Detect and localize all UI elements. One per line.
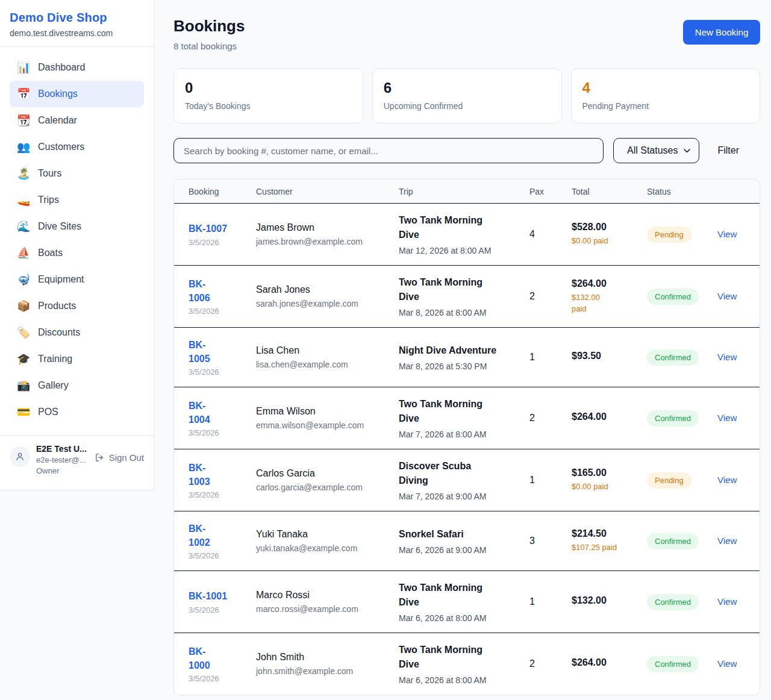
booking-date: 3/5/2026 (189, 307, 248, 316)
sign-out-button[interactable]: Sign Out (95, 452, 144, 463)
sidebar-item-dive-sites[interactable]: 🌊 Dive Sites (10, 213, 144, 240)
stat-value: 4 (582, 80, 749, 96)
sidebar-item-pos[interactable]: 💳 POS (10, 399, 144, 425)
booking-link[interactable]: BK-1002 (189, 522, 248, 549)
view-link[interactable]: View (717, 413, 737, 423)
trip-name: Two Tank MorningDive (399, 213, 521, 242)
customer-cell: Yuki Tanaka yuki.tanaka@example.com (256, 529, 399, 553)
customer-email: yuki.tanaka@example.com (256, 543, 390, 553)
sidebar-item-dashboard[interactable]: 📊 Dashboard (10, 54, 144, 81)
booking-cell: BK-1007 3/5/2026 (189, 222, 256, 246)
trip-name: Two Tank MorningDive (399, 275, 521, 304)
sidebar-item-label: Boats (38, 248, 63, 258)
table-row: BK-1006 3/5/2026 Sarah Jones sarah.jones… (174, 266, 760, 328)
user-avatar (10, 446, 30, 467)
customer-name: Carlos Garcia (256, 468, 390, 479)
booking-link[interactable]: BK-1007 (189, 222, 248, 236)
status-select-value: All Statuses (627, 145, 678, 156)
user-name: E2E Test U... (36, 444, 89, 454)
customer-cell: John Smith john.smith@example.com (256, 652, 399, 676)
customer-cell: Carlos Garcia carlos.garcia@example.com (256, 468, 399, 492)
actions-cell: View (717, 229, 745, 240)
booking-cell: BK-1000 3/5/2026 (189, 645, 256, 683)
actions-cell: View (717, 352, 745, 363)
trip-name: Snorkel Safari (399, 527, 521, 542)
booking-cell: BK-1005 3/5/2026 (189, 338, 256, 377)
table-row: BK-1007 3/5/2026 James Brown james.brown… (174, 204, 760, 266)
booking-link[interactable]: BK-1003 (189, 461, 248, 489)
booking-date: 3/5/2026 (189, 428, 248, 437)
package-icon: 📦 (17, 299, 30, 313)
status-badge: Confirmed (647, 656, 699, 672)
dashboard-icon: 📊 (17, 61, 30, 74)
actions-cell: View (717, 291, 745, 302)
actions-cell: View (717, 413, 745, 423)
stat-label: Today's Bookings (185, 101, 352, 111)
status-badge: Confirmed (647, 533, 699, 549)
customer-email: carlos.garcia@example.com (256, 483, 390, 492)
sidebar-item-customers[interactable]: 👥 Customers (10, 134, 144, 160)
sidebar-item-boats[interactable]: ⛵ Boats (10, 240, 144, 266)
view-link[interactable]: View (717, 229, 737, 239)
sidebar-item-equipment[interactable]: 🤿 Equipment (10, 266, 144, 293)
trip-cell: Two Tank MorningDive Mar 12, 2026 at 8:0… (399, 213, 529, 255)
trip-datetime: Mar 7, 2026 at 9:00 AM (399, 492, 521, 501)
status-badge: Confirmed (647, 289, 699, 305)
total-amount: $93.50 (572, 351, 638, 361)
sidebar-item-discounts[interactable]: 🏷️ Discounts (10, 319, 144, 346)
status-select[interactable]: All Statuses (613, 138, 699, 163)
booking-link[interactable]: BK-1004 (189, 399, 248, 427)
sign-out-icon (95, 452, 105, 463)
customer-email: lisa.chen@example.com (256, 360, 390, 369)
booking-link[interactable]: BK-1005 (189, 338, 248, 366)
sidebar-item-bookings[interactable]: 📅 Bookings (10, 81, 144, 107)
credit-card-icon: 💳 (17, 405, 30, 419)
sidebar-item-gallery[interactable]: 📸 Gallery (10, 372, 144, 399)
sidebar-item-label: Equipment (38, 274, 84, 285)
status-cell: Confirmed (647, 656, 717, 672)
view-link[interactable]: View (717, 291, 737, 301)
booking-date: 3/5/2026 (189, 238, 248, 247)
sidebar: Demo Dive Shop demo.test.divestreams.com… (0, 0, 154, 490)
sidebar-item-products[interactable]: 📦 Products (10, 293, 144, 319)
table-row: BK-1001 3/5/2026 Marco Rossi marco.rossi… (174, 571, 760, 633)
sidebar-item-calendar[interactable]: 📆 Calendar (10, 107, 144, 134)
sidebar-item-tours[interactable]: 🏝️ Tours (10, 160, 144, 187)
view-link[interactable]: View (717, 352, 737, 362)
trip-cell: Two Tank MorningDive Mar 6, 2026 at 8:00… (399, 643, 529, 685)
customer-email: john.smith@example.com (256, 666, 390, 676)
view-link[interactable]: View (717, 536, 737, 546)
booking-cell: BK-1004 3/5/2026 (189, 399, 256, 437)
total-amount: $528.00 (572, 222, 638, 233)
sidebar-item-training[interactable]: 🎓 Training (10, 346, 144, 372)
view-link[interactable]: View (717, 475, 737, 485)
total-amount: $264.00 (572, 411, 638, 422)
booking-link[interactable]: BK-1000 (189, 645, 248, 672)
person-icon (15, 452, 25, 461)
table-row: BK-1005 3/5/2026 Lisa Chen lisa.chen@exa… (174, 328, 760, 387)
customer-name: Emma Wilson (256, 406, 390, 417)
total-cell: $93.50 (572, 351, 647, 364)
total-amount: $264.00 (572, 278, 638, 289)
table-header-row: Booking Customer Trip Pax Total Status (174, 180, 760, 204)
customer-cell: James Brown james.brown@example.com (256, 222, 399, 246)
sidebar-item-trips[interactable]: 🚤 Trips (10, 187, 144, 213)
trip-datetime: Mar 6, 2026 at 8:00 AM (399, 675, 521, 685)
customer-cell: Sarah Jones sarah.jones@example.com (256, 284, 399, 308)
sidebar-item-label: POS (38, 407, 58, 417)
view-link[interactable]: View (717, 658, 737, 669)
column-header-pax: Pax (529, 187, 572, 196)
booking-link[interactable]: BK-1001 (189, 589, 248, 603)
status-badge: Confirmed (647, 594, 699, 610)
view-link[interactable]: View (717, 596, 737, 607)
new-booking-button[interactable]: New Booking (683, 20, 760, 45)
booking-link[interactable]: BK-1006 (189, 277, 248, 305)
status-cell: Confirmed (647, 533, 717, 549)
search-input[interactable] (173, 138, 604, 163)
customer-name: Marco Rossi (256, 590, 390, 601)
pax-cell: 1 (529, 596, 572, 607)
graduation-cap-icon: 🎓 (17, 352, 30, 366)
filter-button[interactable]: Filter (709, 145, 748, 156)
trip-datetime: Mar 8, 2026 at 8:00 AM (399, 308, 521, 317)
total-cell: $264.00 (572, 411, 647, 425)
